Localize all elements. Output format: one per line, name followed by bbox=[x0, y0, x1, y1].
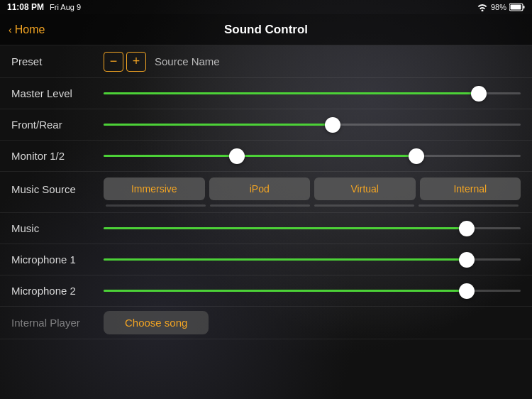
source-btn-ipod[interactable]: iPod bbox=[209, 177, 311, 200]
music-slider[interactable] bbox=[104, 222, 521, 236]
master-level-track bbox=[104, 92, 521, 94]
preset-source-name: Source Name bbox=[155, 55, 220, 67]
preset-control: − + Source Name bbox=[104, 52, 521, 72]
master-level-control bbox=[104, 87, 521, 101]
master-level-slider[interactable] bbox=[104, 87, 521, 101]
preset-minus-button[interactable]: − bbox=[104, 52, 123, 72]
music-source-top: Music Source Immersive iPod Virtual Inte… bbox=[11, 177, 521, 200]
microphone2-control bbox=[104, 284, 521, 298]
source-slider-3 bbox=[314, 204, 414, 207]
back-chevron-icon: ‹ bbox=[9, 24, 12, 35]
microphone1-fill bbox=[104, 258, 467, 261]
svg-rect-1 bbox=[511, 5, 521, 10]
internal-player-row: Internal Player Choose song bbox=[0, 307, 532, 339]
front-rear-label: Front/Rear bbox=[11, 119, 104, 131]
front-rear-thumb[interactable] bbox=[325, 117, 340, 133]
microphone1-track bbox=[104, 258, 521, 261]
front-rear-slider[interactable] bbox=[104, 118, 521, 132]
status-date: Fri Aug 9 bbox=[50, 3, 81, 11]
wifi-icon bbox=[477, 3, 488, 11]
monitor-thumb-2[interactable] bbox=[409, 148, 424, 164]
source-sliders bbox=[11, 204, 521, 207]
nav-title: Sound Control bbox=[224, 23, 308, 37]
internal-player-control: Choose song bbox=[104, 311, 521, 334]
battery-percent: 98% bbox=[491, 3, 506, 11]
master-level-fill bbox=[104, 92, 479, 94]
status-right: 98% bbox=[477, 3, 525, 11]
microphone1-slider[interactable] bbox=[104, 253, 521, 267]
monitor-thumb-1[interactable] bbox=[229, 148, 245, 164]
microphone1-control bbox=[104, 253, 521, 267]
monitor-control bbox=[104, 149, 521, 163]
music-thumb[interactable] bbox=[459, 221, 475, 236]
master-level-thumb[interactable] bbox=[471, 86, 487, 102]
battery-icon bbox=[509, 3, 525, 11]
monitor-label: Monitor 1/2 bbox=[11, 150, 104, 162]
front-rear-row: Front/Rear bbox=[0, 109, 532, 141]
music-source-label: Music Source bbox=[11, 183, 104, 195]
microphone2-row: Microphone 2 bbox=[0, 275, 532, 307]
music-fill bbox=[104, 227, 467, 229]
source-slider-1 bbox=[106, 204, 206, 207]
microphone2-label: Microphone 2 bbox=[11, 285, 104, 297]
internal-player-label: Internal Player bbox=[11, 317, 104, 329]
monitor-fill bbox=[104, 155, 416, 157]
source-slider-4 bbox=[419, 204, 519, 207]
status-bar: 11:08 PM Fri Aug 9 98% bbox=[0, 0, 532, 14]
monitor-slider[interactable] bbox=[104, 149, 521, 163]
microphone2-thumb[interactable] bbox=[459, 283, 475, 299]
svg-rect-2 bbox=[523, 6, 525, 9]
master-level-row: Master Level bbox=[0, 78, 532, 109]
source-btn-immersive[interactable]: Immersive bbox=[104, 177, 205, 200]
monitor-row: Monitor 1/2 bbox=[0, 141, 532, 172]
music-track bbox=[104, 227, 521, 229]
front-rear-control bbox=[104, 118, 521, 132]
source-btn-internal[interactable]: Internal bbox=[420, 177, 521, 200]
preset-plus-button[interactable]: + bbox=[126, 52, 146, 72]
preset-label: Preset bbox=[11, 55, 104, 67]
microphone1-label: Microphone 1 bbox=[11, 253, 104, 266]
front-rear-track bbox=[104, 124, 521, 126]
music-control bbox=[104, 222, 521, 236]
microphone2-fill bbox=[104, 290, 467, 292]
microphone1-row: Microphone 1 bbox=[0, 244, 532, 275]
source-buttons: Immersive iPod Virtual Internal bbox=[104, 177, 521, 200]
music-row: Music bbox=[0, 213, 532, 244]
microphone2-track bbox=[104, 290, 521, 292]
nav-bar: ‹ Home Sound Control bbox=[0, 14, 532, 45]
source-btn-virtual[interactable]: Virtual bbox=[314, 177, 416, 200]
status-time: 11:08 PM bbox=[7, 2, 44, 12]
source-slider-2 bbox=[210, 204, 310, 207]
choose-song-button[interactable]: Choose song bbox=[104, 311, 209, 334]
main-content: Preset − + Source Name Master Level Fron… bbox=[0, 45, 532, 399]
master-level-label: Master Level bbox=[11, 87, 104, 99]
preset-row: Preset − + Source Name bbox=[0, 45, 532, 78]
back-button[interactable]: ‹ Home bbox=[9, 23, 45, 36]
music-label: Music bbox=[11, 222, 104, 234]
front-rear-fill bbox=[104, 124, 333, 126]
back-label: Home bbox=[15, 23, 45, 36]
microphone1-thumb[interactable] bbox=[459, 252, 475, 268]
microphone2-slider[interactable] bbox=[104, 284, 521, 298]
music-source-row: Music Source Immersive iPod Virtual Inte… bbox=[0, 172, 532, 213]
monitor-track bbox=[104, 155, 521, 157]
